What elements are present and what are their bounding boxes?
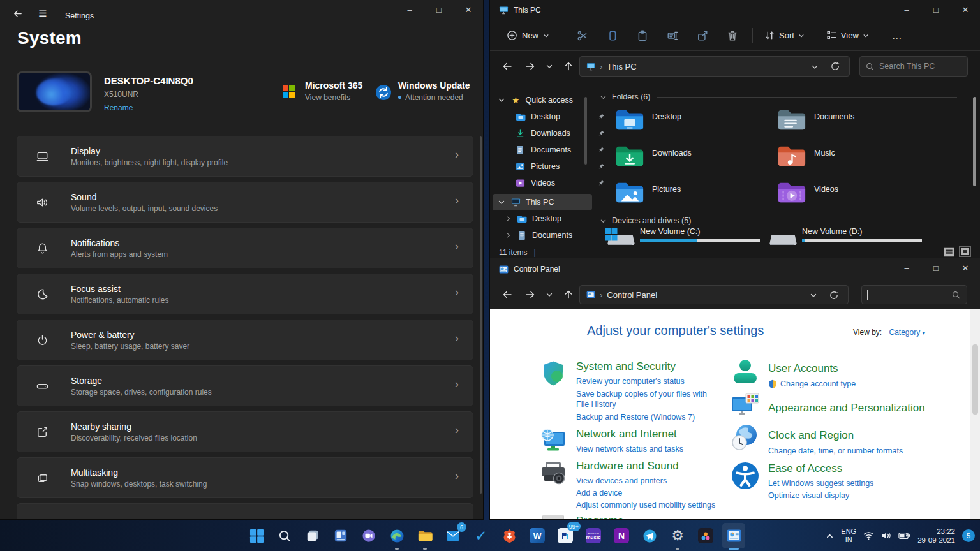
settings-item-multitasking[interactable]: MultitaskingSnap windows, desktops, task… xyxy=(17,457,473,498)
address-bar[interactable]: › This PC xyxy=(579,56,850,77)
network-internet-icon[interactable] xyxy=(539,427,567,455)
tray-chevron-up-icon[interactable] xyxy=(826,532,834,540)
rename-icon[interactable] xyxy=(660,25,685,47)
control-panel-button[interactable] xyxy=(720,520,748,551)
category-title[interactable]: Appearance and Personalization xyxy=(768,402,947,415)
folder-tile-documents[interactable]: Documents xyxy=(777,107,854,133)
view-by-value[interactable]: Category xyxy=(889,328,920,337)
refresh-icon[interactable] xyxy=(830,61,840,71)
folder-tile-videos[interactable]: Videos xyxy=(777,180,838,205)
windows-update-block[interactable]: Windows Update Attention needed xyxy=(398,80,470,102)
more-options-button[interactable]: … xyxy=(886,30,909,41)
address-bar[interactable]: › Control Panel xyxy=(579,285,849,304)
cp-scrollbar[interactable] xyxy=(970,309,980,519)
settings-item-display[interactable]: DisplayMonitors, brightness, night light… xyxy=(17,136,473,177)
mail-button[interactable]: 6 xyxy=(439,520,467,551)
settings-item-nearby-sharing[interactable]: Nearby sharingDiscoverability, received … xyxy=(17,411,473,452)
up-button[interactable] xyxy=(559,57,578,76)
start-button[interactable] xyxy=(242,520,271,551)
sidebar-scrollbar[interactable] xyxy=(584,97,587,165)
cp-scrollbar-thumb[interactable] xyxy=(972,344,978,415)
cp-task-link[interactable]: View network status and tasks xyxy=(576,444,729,453)
category-title[interactable]: Ease of Access xyxy=(768,462,947,475)
back-button[interactable] xyxy=(6,4,28,23)
settings-item-power-battery[interactable]: Power & batterySleep, battery usage, bat… xyxy=(17,320,473,360)
edge-browser-button[interactable] xyxy=(383,520,411,551)
cut-icon[interactable] xyxy=(570,25,595,47)
folder-tile-desktop[interactable]: Desktop xyxy=(615,107,681,133)
search-box[interactable] xyxy=(861,285,967,304)
view-button[interactable]: View xyxy=(820,30,875,41)
maximize-button[interactable]: □ xyxy=(921,0,951,20)
onenote-button[interactable]: N xyxy=(607,520,635,551)
microsoft-365-block[interactable]: Microsoft 365 View benefits xyxy=(305,80,362,102)
appearance-icon[interactable] xyxy=(731,392,761,419)
cp-task-link[interactable]: Adjust commonly used mobility settings xyxy=(576,501,736,510)
notification-badge[interactable]: 5 xyxy=(962,529,975,542)
delete-icon[interactable] xyxy=(720,25,745,47)
search-box[interactable]: Search This PC xyxy=(859,56,968,77)
category-title[interactable]: Network and Internet xyxy=(576,428,729,441)
copy-icon[interactable] xyxy=(600,25,625,47)
battery-icon[interactable] xyxy=(898,532,910,540)
cp-task-link[interactable]: Review your computer's status xyxy=(576,377,729,386)
cp-task-link[interactable]: Backup and Restore (Windows 7) xyxy=(576,413,729,422)
folder-tile-pictures[interactable]: Pictures xyxy=(615,180,681,205)
address-dropdown-icon[interactable] xyxy=(810,291,817,299)
minimize-button[interactable]: – xyxy=(892,258,921,278)
minimize-button[interactable]: – xyxy=(892,0,921,20)
breadcrumb-location[interactable]: This PC xyxy=(607,62,636,71)
back-button[interactable] xyxy=(498,285,517,304)
programs-icon[interactable] xyxy=(539,513,567,519)
close-button[interactable]: ✕ xyxy=(951,0,980,20)
maximize-button[interactable]: □ xyxy=(921,258,951,278)
brave-browser-button[interactable] xyxy=(495,520,523,551)
cp-task-link[interactable]: Add a device xyxy=(576,489,736,497)
explorer-scrollbar[interactable] xyxy=(973,97,976,186)
share-icon[interactable] xyxy=(690,25,715,47)
task-view-button[interactable] xyxy=(299,520,327,551)
folder-tile-downloads[interactable]: Downloads xyxy=(615,143,692,169)
language-indicator[interactable]: ENG IN xyxy=(841,527,856,543)
hardware-sound-icon[interactable] xyxy=(539,460,567,487)
recent-locations-button[interactable] xyxy=(540,57,559,76)
user-accounts-icon[interactable] xyxy=(731,358,760,387)
cp-task-link[interactable]: View devices and printers xyxy=(576,476,736,485)
search-button[interactable] xyxy=(271,520,299,551)
maximize-button[interactable]: □ xyxy=(424,0,454,20)
details-view-icon[interactable] xyxy=(944,247,954,257)
drive-tile-c[interactable]: New Volume (C:) xyxy=(604,227,760,247)
category-title[interactable]: User Accounts xyxy=(768,362,934,375)
cp-task-link[interactable]: Change date, time, or number formats xyxy=(768,446,947,455)
cp-task-link[interactable]: Optimize visual display xyxy=(768,491,947,500)
system-security-icon[interactable] xyxy=(539,360,567,388)
widgets-button[interactable] xyxy=(327,520,355,551)
clock-region-icon[interactable] xyxy=(731,423,760,452)
cp-task-link[interactable]: Let Windows suggest settings xyxy=(768,479,947,488)
sidebar-item-pc-documents[interactable]: Documents xyxy=(505,227,595,244)
folder-tile-music[interactable]: Music xyxy=(777,143,835,169)
wifi-icon[interactable] xyxy=(863,531,874,540)
volume-icon[interactable] xyxy=(881,531,891,540)
category-title[interactable]: Clock and Region xyxy=(768,429,947,442)
settings-button[interactable]: ⚙ xyxy=(664,520,692,551)
ease-of-access-icon[interactable] xyxy=(731,461,760,490)
breadcrumb-location[interactable]: Control Panel xyxy=(607,290,657,300)
rename-link[interactable]: Rename xyxy=(104,103,133,112)
category-title[interactable]: Hardware and Sound xyxy=(576,460,736,473)
paytm-button[interactable]: 99+ xyxy=(551,520,579,551)
settings-item-focus-assist[interactable]: Focus assistNotifications, automatic rul… xyxy=(17,274,473,314)
settings-scrollbar[interactable] xyxy=(480,136,482,494)
recent-locations-button[interactable] xyxy=(540,285,559,304)
todo-button[interactable]: ✓ xyxy=(467,520,495,551)
word-button[interactable]: W xyxy=(523,520,551,551)
folders-group-header[interactable]: Folders (6) xyxy=(600,92,957,101)
close-button[interactable]: ✕ xyxy=(951,258,980,278)
drives-group-header[interactable]: Devices and drives (5) xyxy=(600,216,957,225)
chat-button[interactable] xyxy=(355,520,383,551)
settings-item-notifications[interactable]: NotificationsAlerts from apps and system… xyxy=(17,228,473,268)
sidebar-item-pc-desktop[interactable]: Desktop xyxy=(505,210,595,227)
sidebar-item-quick-access[interactable]: ★ Quick access xyxy=(498,92,573,108)
large-icons-view-icon[interactable] xyxy=(959,246,971,257)
forward-button[interactable] xyxy=(521,57,540,76)
